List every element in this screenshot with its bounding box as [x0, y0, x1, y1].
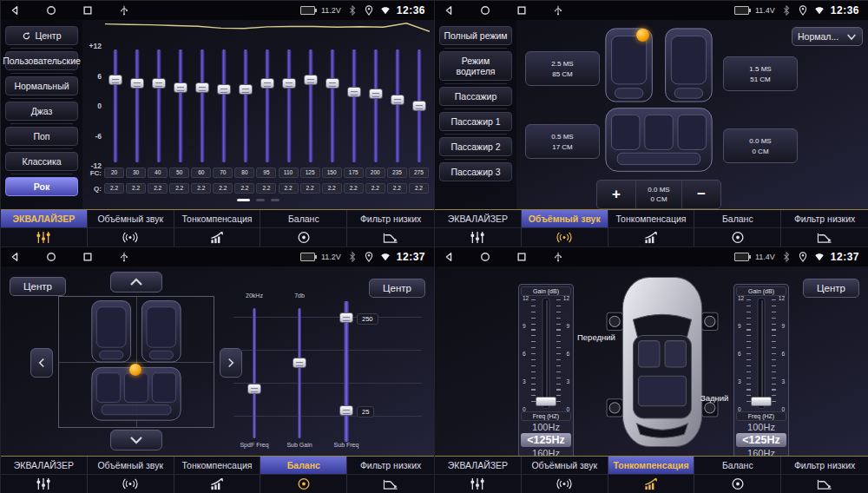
fc-value[interactable]: 50 — [169, 168, 189, 178]
balance-icon[interactable] — [694, 475, 781, 493]
loudness-icon[interactable] — [174, 475, 261, 493]
eq-band-track[interactable] — [266, 49, 270, 162]
q-value[interactable]: 2.2 — [344, 183, 364, 194]
loudness-icon[interactable] — [174, 228, 261, 246]
eq-band-track[interactable] — [114, 49, 118, 162]
balance-icon[interactable] — [260, 228, 347, 246]
mode-item-0[interactable]: Полный режим — [439, 26, 512, 45]
q-value[interactable]: 2.2 — [213, 183, 233, 194]
surround-preset-dropdown[interactable]: Нормал... — [792, 27, 863, 46]
fc-value[interactable]: 275 — [409, 168, 429, 178]
eq-band-thumb[interactable] — [217, 84, 231, 95]
mode-item-4[interactable]: Пассажир 2 — [439, 137, 512, 156]
loudness-icon[interactable] — [608, 228, 695, 246]
home-icon[interactable] — [480, 252, 490, 262]
tab-balance[interactable]: Баланс — [260, 210, 347, 227]
tab-loudness[interactable]: Тонкомпенсация — [608, 210, 695, 227]
eq-band-track[interactable] — [352, 49, 356, 162]
home-icon[interactable] — [46, 5, 56, 16]
preset-item-1[interactable]: Пользовательские — [5, 51, 78, 70]
equalizer-icon[interactable] — [1, 475, 88, 493]
q-value[interactable]: 2.2 — [300, 183, 320, 194]
eq-band-thumb[interactable] — [152, 78, 166, 89]
preset-item-0[interactable]: Центр — [5, 26, 78, 45]
balance-slider-track[interactable] — [298, 308, 301, 438]
eq-band-thumb[interactable] — [369, 89, 383, 99]
lowpass-icon[interactable] — [781, 475, 868, 493]
balance-icon[interactable] — [694, 228, 781, 246]
surround-icon[interactable] — [522, 475, 608, 493]
tab-balance[interactable]: Баланс — [260, 457, 347, 474]
back-icon[interactable] — [10, 252, 20, 262]
preset-item-5[interactable]: Классика — [5, 152, 78, 171]
eq-band-thumb[interactable] — [239, 84, 253, 95]
tab-balance[interactable]: Баланс — [694, 457, 781, 474]
tab-surround[interactable]: Объёмный звук — [88, 210, 174, 227]
preset-item-4[interactable]: Поп — [5, 127, 78, 146]
fc-value[interactable]: 40 — [148, 168, 168, 178]
q-value[interactable]: 2.2 — [126, 183, 146, 194]
tab-equalizer[interactable]: ЭКВАЛАЙЗЕР — [1, 457, 88, 474]
eq-band-track[interactable] — [201, 49, 205, 162]
home-icon[interactable] — [46, 252, 56, 262]
balance-left-button[interactable] — [30, 348, 53, 378]
preset-item-2[interactable]: Нормальный — [5, 76, 78, 95]
equalizer-icon[interactable] — [1, 228, 88, 246]
lowpass-icon[interactable] — [347, 475, 434, 493]
listening-position-ball[interactable] — [636, 29, 649, 42]
fc-value[interactable]: 110 — [279, 168, 299, 178]
tab-surround[interactable]: Объёмный звук — [88, 457, 174, 474]
q-value[interactable]: 2.2 — [365, 183, 385, 194]
eq-band-thumb[interactable] — [260, 78, 274, 89]
back-icon[interactable] — [444, 252, 454, 262]
fc-value[interactable]: 175 — [344, 168, 364, 178]
center-reset-button-right[interactable]: Центр — [369, 279, 425, 298]
preset-item-3[interactable]: Джаз — [5, 102, 78, 121]
eq-band-thumb[interactable] — [174, 82, 187, 93]
lowpass-icon[interactable] — [347, 228, 434, 246]
center-reset-button[interactable]: Центр — [803, 279, 859, 298]
q-value[interactable]: 2.2 — [256, 183, 276, 194]
gain-slider-track[interactable] — [758, 298, 766, 409]
eq-band-track[interactable] — [135, 49, 140, 162]
surround-icon[interactable] — [522, 228, 608, 246]
eq-band-track[interactable] — [373, 49, 378, 162]
tab-lowpass[interactable]: Фильтр низких — [781, 457, 868, 474]
fc-value[interactable]: 125 — [300, 168, 320, 178]
back-icon[interactable] — [10, 5, 20, 16]
q-value[interactable]: 2.2 — [409, 183, 429, 194]
balance-icon[interactable] — [260, 475, 347, 493]
sub-freq-thumb-upper[interactable] — [339, 312, 353, 323]
eq-band-thumb[interactable] — [108, 75, 122, 85]
delay-decrease-button[interactable]: − — [682, 181, 720, 208]
tab-equalizer[interactable]: ЭКВАЛАЙЗЕР — [1, 210, 88, 227]
tab-loudness[interactable]: Тонкомпенсация — [608, 457, 695, 474]
eq-band-thumb[interactable] — [195, 82, 209, 93]
loudness-icon[interactable] — [608, 475, 695, 493]
recents-icon[interactable] — [82, 5, 93, 16]
q-value[interactable]: 2.2 — [234, 183, 254, 194]
fc-value[interactable]: 150 — [322, 168, 342, 178]
tab-equalizer[interactable]: ЭКВАЛАЙЗЕР — [435, 457, 522, 474]
eq-band-thumb[interactable] — [282, 78, 296, 89]
eq-band-thumb[interactable] — [304, 75, 318, 85]
recents-icon[interactable] — [516, 5, 527, 16]
freq-option-0[interactable]: 100Hz — [736, 421, 786, 433]
eq-band-track[interactable] — [157, 49, 161, 162]
balance-position-ball[interactable] — [129, 364, 141, 376]
q-value[interactable]: 2.2 — [169, 183, 189, 194]
eq-band-track[interactable] — [308, 49, 312, 162]
delay-increase-button[interactable]: + — [597, 181, 635, 208]
fc-value[interactable]: 80 — [234, 168, 254, 178]
balance-seat-grid[interactable] — [58, 296, 214, 428]
mode-item-1[interactable]: Режим водителя — [439, 51, 512, 81]
tab-equalizer[interactable]: ЭКВАЛАЙЗЕР — [435, 210, 522, 227]
q-value[interactable]: 2.2 — [104, 183, 124, 194]
lowpass-icon[interactable] — [781, 228, 868, 246]
tab-lowpass[interactable]: Фильтр низких — [347, 210, 434, 227]
balance-slider-thumb[interactable] — [247, 384, 261, 394]
delay-box-rear-right[interactable]: 0.0 MS0 CM — [723, 128, 798, 163]
delay-box-front-left[interactable]: 2.5 MS85 CM — [525, 51, 600, 86]
tab-lowpass[interactable]: Фильтр низких — [347, 457, 434, 474]
freq-option-0[interactable]: 100Hz — [521, 421, 571, 433]
